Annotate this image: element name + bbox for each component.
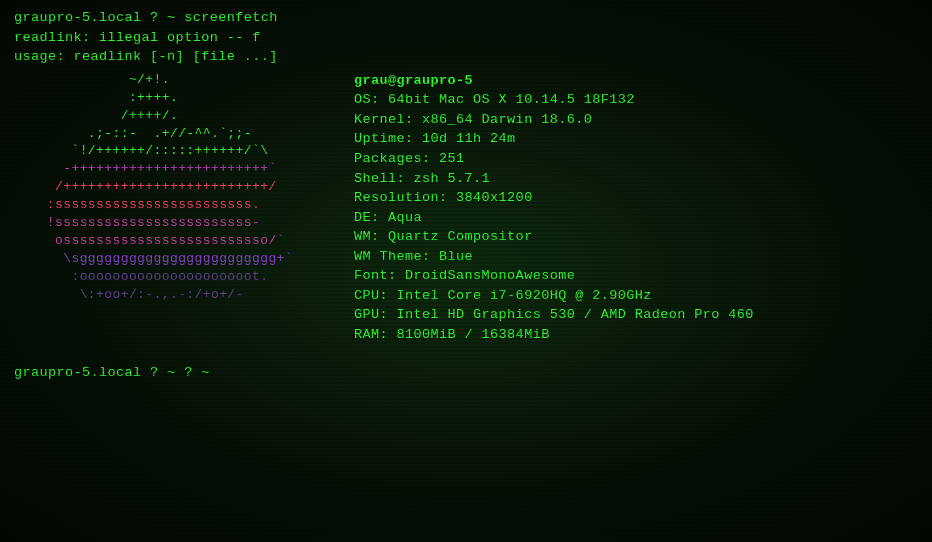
prompt-line: graupro-5.local ? ~ ? ~ — [14, 363, 918, 383]
username-line: grau@graupro-5 — [354, 71, 918, 91]
terminal-screen: graupro-5.local ? ~ screenfetch readlink… — [0, 0, 932, 542]
de-line: DE: Aqua — [354, 208, 918, 228]
ram-line: RAM: 8100MiB / 16384MiB — [354, 325, 918, 345]
info-panel: grau@graupro-5 OS: 64bit Mac OS X 10.14.… — [344, 71, 918, 345]
os-line: OS: 64bit Mac OS X 10.14.5 18F132 — [354, 90, 918, 110]
wm-theme-line: WM Theme: Blue — [354, 247, 918, 267]
kernel-line: Kernel: x86_64 Darwin 18.6.0 — [354, 110, 918, 130]
usage-line: usage: readlink [-n] [file ...] — [14, 47, 918, 67]
error-line: readlink: illegal option -- f — [14, 28, 918, 48]
gpu-line: GPU: Intel HD Graphics 530 / AMD Radeon … — [354, 305, 918, 325]
packages-line: Packages: 251 — [354, 149, 918, 169]
font-line: Font: DroidSansMonoAwesome — [354, 266, 918, 286]
wm-line: WM: Quartz Compositor — [354, 227, 918, 247]
terminal-content: graupro-5.local ? ~ screenfetch readlink… — [0, 0, 932, 542]
cpu-line: CPU: Intel Core i7-6920HQ @ 2.90GHz — [354, 286, 918, 306]
shell-line: Shell: zsh 5.7.1 — [354, 169, 918, 189]
uptime-line: Uptime: 10d 11h 24m — [354, 129, 918, 149]
command-line: graupro-5.local ? ~ screenfetch — [14, 8, 918, 28]
ascii-art: ~/+!. :++++. /++++/. .;-::- .+//-^^.`;;-… — [14, 71, 344, 345]
resolution-line: Resolution: 3840x1200 — [354, 188, 918, 208]
main-content: ~/+!. :++++. /++++/. .;-::- .+//-^^.`;;-… — [14, 71, 918, 345]
